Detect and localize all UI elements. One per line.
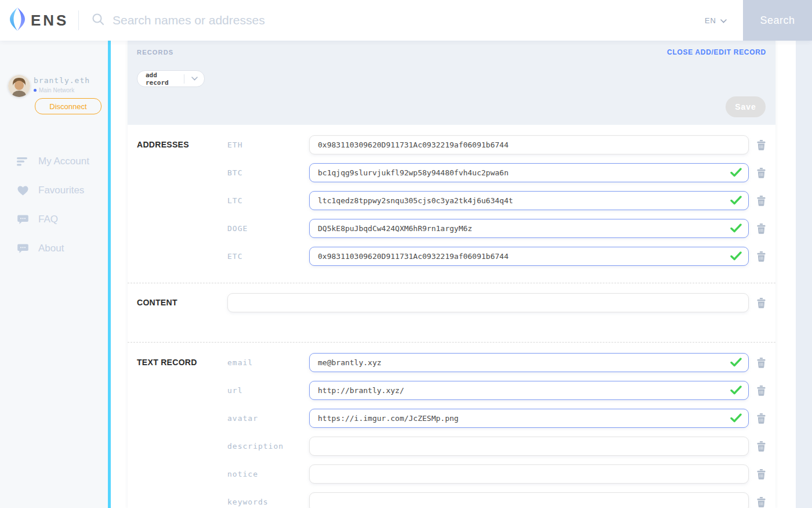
record-row: ETH (227, 135, 775, 154)
record-row (227, 293, 775, 312)
records-toolbar: RECORDS CLOSE ADD/EDIT RECORD add record… (128, 41, 775, 125)
search-icon (92, 13, 104, 28)
record-key-label: notice (227, 470, 309, 478)
trash-icon (757, 445, 766, 453)
record-input-wrap (309, 437, 749, 456)
network-status: Main Network (34, 87, 74, 93)
record-input-wrap (309, 163, 749, 182)
record-key-label: avatar (227, 414, 309, 423)
delete-record-button[interactable] (756, 440, 767, 453)
sidebar-item-label: FAQ (38, 214, 58, 225)
record-key-label: ETH (227, 140, 309, 149)
content-record-input[interactable] (227, 293, 749, 312)
keywords-record-input[interactable] (309, 492, 749, 508)
delete-record-button[interactable] (756, 384, 767, 397)
avatar (8, 75, 30, 97)
search-input[interactable] (113, 13, 461, 27)
avatar-record-input[interactable] (309, 409, 749, 428)
list-icon (16, 157, 29, 166)
email-record-input[interactable] (309, 353, 749, 372)
btc-record-input[interactable] (309, 163, 749, 182)
ltc-record-input[interactable] (309, 191, 749, 210)
etc-record-input[interactable] (309, 247, 749, 266)
close-add-edit-record-link[interactable]: CLOSE ADD/EDIT RECORD (667, 48, 766, 56)
network-label: Main Network (39, 87, 74, 93)
valid-check-icon (730, 413, 742, 425)
delete-record-button[interactable] (756, 139, 767, 152)
record-key-label: keywords (227, 498, 309, 506)
notice-record-input[interactable] (309, 464, 749, 484)
record-row: ETC (227, 247, 775, 266)
eth-record-input[interactable] (309, 135, 749, 154)
language-selector[interactable]: EN (705, 15, 727, 26)
valid-check-icon (730, 358, 742, 369)
sidebar-item-about[interactable]: About (0, 237, 108, 260)
record-input-wrap (309, 409, 749, 428)
record-key-label: DOGE (227, 224, 309, 233)
delete-record-button[interactable] (756, 222, 767, 235)
delete-record-button[interactable] (756, 468, 767, 481)
delete-record-button[interactable] (756, 250, 767, 263)
record-key-label: BTC (227, 168, 309, 177)
trash-icon (757, 389, 766, 398)
trash-icon (757, 417, 766, 426)
url-record-input[interactable] (309, 381, 749, 400)
delete-record-button[interactable] (756, 194, 767, 207)
record-row: description (227, 437, 775, 456)
record-key-label: ETC (227, 252, 309, 261)
section-title: CONTENT (137, 293, 227, 321)
trash-icon (757, 255, 766, 264)
right-background-strip (796, 41, 812, 508)
description-record-input[interactable] (309, 437, 749, 456)
valid-check-icon (730, 196, 742, 207)
header-search (92, 13, 705, 28)
record-input-wrap (309, 464, 749, 484)
record-row: LTC (227, 191, 775, 210)
record-key-label: email (227, 358, 309, 367)
delete-record-button[interactable] (756, 412, 767, 425)
chat-icon (16, 215, 29, 225)
record-input-wrap (309, 381, 749, 400)
delete-record-button[interactable] (756, 496, 767, 508)
delete-record-button[interactable] (756, 167, 767, 179)
record-row: email (227, 353, 775, 372)
valid-check-icon (730, 168, 742, 179)
delete-record-button[interactable] (756, 356, 767, 369)
sidebar-item-favourites[interactable]: Favourites (0, 179, 108, 202)
section-addresses: ADDRESSES ETHBTCLTCDOGEETC (128, 125, 775, 283)
record-input-wrap (309, 191, 749, 210)
section-title: TEXT RECORD (137, 353, 227, 508)
record-row: keywords (227, 492, 775, 508)
doge-record-input[interactable] (309, 219, 749, 238)
top-header: ENS EN Search (0, 0, 812, 41)
add-record-dropdown[interactable]: add record (137, 70, 205, 87)
search-button[interactable]: Search (743, 0, 812, 41)
trash-icon (757, 500, 766, 508)
disconnect-button[interactable]: Disconnect (35, 98, 102, 114)
ens-logo[interactable]: ENS (0, 8, 78, 33)
valid-check-icon (730, 251, 742, 263)
trash-icon (757, 301, 766, 310)
heart-icon (16, 186, 29, 196)
save-button[interactable]: Save (726, 96, 766, 117)
sidebar-item-my-account[interactable]: My Account (0, 150, 108, 173)
user-name[interactable]: brantly.eth (34, 76, 90, 85)
record-key-label: url (227, 386, 309, 395)
ens-manager-page: ENS EN Search (0, 0, 812, 508)
trash-icon (757, 199, 766, 208)
delete-record-button[interactable] (756, 297, 767, 309)
sidebar-item-faq[interactable]: FAQ (0, 208, 108, 231)
record-input-wrap (309, 353, 749, 372)
record-key-label: LTC (227, 196, 309, 205)
trash-icon (757, 227, 766, 236)
add-record-label: add record (137, 71, 184, 87)
record-input-wrap (227, 293, 749, 312)
valid-check-icon (730, 385, 742, 397)
record-input-wrap (309, 492, 749, 508)
sidebar-item-label: Favourites (38, 185, 84, 196)
chevron-down-icon (184, 77, 204, 81)
section-content: CONTENT (128, 283, 775, 342)
sidebar-nav: My AccountFavouritesFAQAbout (0, 150, 108, 266)
trash-icon (757, 361, 766, 370)
record-row: DOGE (227, 219, 775, 238)
